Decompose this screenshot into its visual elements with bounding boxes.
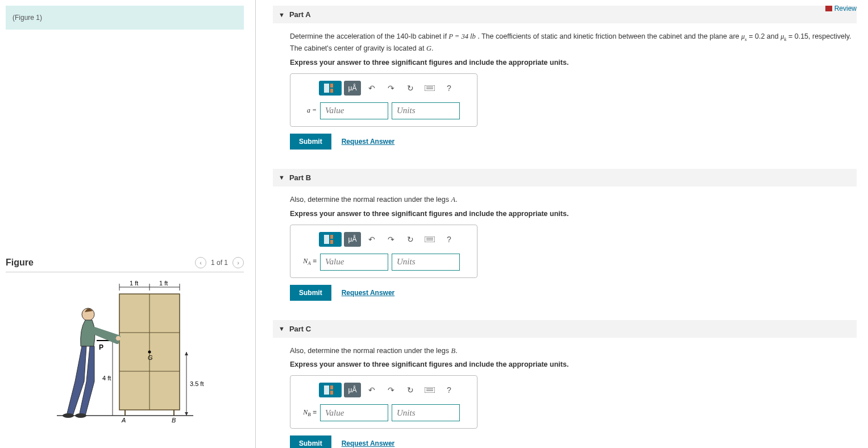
reset-button[interactable]: ↻ (402, 383, 419, 397)
templates-button[interactable] (319, 383, 342, 397)
svg-rect-46 (330, 385, 333, 389)
svg-text:1 ft: 1 ft (159, 280, 168, 287)
redo-button[interactable]: ↷ (383, 383, 400, 397)
units-button[interactable]: μÅ (344, 232, 361, 247)
part-a-problem: Determine the acceleration of the 140-lb… (290, 31, 854, 54)
undo-button[interactable]: ↶ (363, 232, 380, 247)
part-a-var-label: a = (296, 106, 317, 115)
figure-title: Figure (6, 258, 34, 268)
caret-down-icon: ▼ (279, 325, 285, 332)
svg-point-31 (63, 413, 74, 418)
reset-button[interactable]: ↻ (402, 232, 419, 247)
svg-rect-39 (324, 235, 329, 244)
part-c-header[interactable]: ▼ Part C (273, 320, 857, 338)
units-button[interactable]: μÅ (344, 81, 361, 96)
part-c-title: Part C (289, 325, 311, 333)
part-c-request-answer[interactable]: Request Answer (342, 439, 395, 447)
svg-rect-48 (425, 387, 435, 393)
svg-rect-36 (425, 85, 435, 91)
units-button[interactable]: μÅ (344, 383, 361, 397)
part-c-value-input[interactable] (320, 404, 388, 421)
figure-counter: 1 of 1 (211, 259, 228, 267)
part-b-answer-box: μÅ ↶ ↷ ↻ ? NA = (290, 225, 477, 278)
figure-next-button[interactable]: › (232, 257, 244, 268)
flag-icon (825, 6, 832, 11)
redo-button[interactable]: ↷ (383, 232, 400, 247)
part-c-var-label: NB = (296, 408, 317, 417)
part-a-title: Part A (289, 10, 311, 19)
svg-rect-40 (330, 235, 333, 239)
figure-reference-card: (Figure 1) (6, 6, 244, 30)
svg-point-32 (75, 413, 86, 418)
svg-marker-20 (185, 412, 188, 416)
svg-text:A: A (121, 417, 126, 424)
undo-button[interactable]: ↶ (363, 383, 380, 397)
undo-button[interactable]: ↶ (363, 81, 380, 96)
part-c-problem: Also, determine the normal reaction unde… (290, 346, 854, 356)
help-button[interactable]: ? (441, 81, 458, 96)
help-button[interactable]: ? (441, 383, 458, 397)
svg-text:1 ft: 1 ft (130, 280, 138, 287)
caret-down-icon: ▼ (279, 11, 285, 18)
templates-button[interactable] (319, 232, 342, 247)
part-c-submit-button[interactable]: Submit (290, 435, 331, 448)
caret-down-icon: ▼ (279, 174, 285, 181)
figure-ref-text: (Figure 1) (13, 14, 42, 22)
redo-button[interactable]: ↷ (383, 81, 400, 96)
svg-point-30 (116, 336, 121, 341)
svg-rect-42 (425, 237, 435, 242)
svg-text:4 ft: 4 ft (102, 375, 111, 381)
keyboard-button[interactable] (421, 232, 438, 247)
part-a-instruction: Express your answer to three significant… (290, 59, 854, 67)
part-a-header[interactable]: ▼ Part A (273, 6, 857, 23)
part-a-units-input[interactable] (392, 102, 460, 119)
keyboard-button[interactable] (421, 383, 438, 397)
figure-image: 1 ft 1 ft G A B (6, 279, 244, 427)
part-b-title: Part B (289, 173, 311, 182)
figure-prev-button[interactable]: ‹ (195, 257, 206, 268)
part-b-units-input[interactable] (392, 254, 460, 271)
review-link[interactable]: Review (825, 5, 857, 13)
svg-rect-41 (330, 240, 333, 244)
part-a-answer-box: μÅ ↶ ↷ ↻ ? a = (290, 73, 477, 127)
part-c-instruction: Express your answer to three significant… (290, 360, 854, 368)
part-c-units-input[interactable] (392, 404, 460, 421)
svg-rect-45 (324, 385, 329, 395)
svg-rect-35 (330, 89, 333, 93)
part-b-problem: Also, determine the normal reaction unde… (290, 194, 854, 205)
templates-button[interactable] (319, 81, 342, 96)
part-b-value-input[interactable] (320, 254, 388, 271)
svg-point-11 (148, 351, 151, 354)
part-b-submit-button[interactable]: Submit (290, 285, 331, 301)
svg-rect-34 (330, 84, 333, 88)
part-b-var-label: NA = (296, 257, 317, 266)
part-b-header[interactable]: ▼ Part B (273, 169, 857, 186)
review-label: Review (834, 5, 857, 13)
svg-text:B: B (172, 417, 176, 424)
svg-rect-47 (330, 391, 333, 395)
help-button[interactable]: ? (441, 232, 458, 247)
svg-text:3.5 ft: 3.5 ft (190, 380, 203, 387)
keyboard-button[interactable] (421, 81, 438, 96)
part-a-value-input[interactable] (320, 102, 388, 119)
part-a-request-answer[interactable]: Request Answer (342, 138, 395, 146)
svg-text:P: P (99, 343, 103, 351)
svg-text:G: G (148, 354, 153, 361)
part-b-instruction: Express your answer to three significant… (290, 210, 854, 218)
part-b-request-answer[interactable]: Request Answer (342, 289, 395, 297)
svg-rect-33 (324, 84, 329, 93)
reset-button[interactable]: ↻ (402, 81, 419, 96)
part-a-submit-button[interactable]: Submit (290, 134, 331, 150)
svg-marker-19 (185, 352, 188, 355)
part-c-answer-box: μÅ ↶ ↷ ↻ ? NB = (290, 375, 477, 429)
